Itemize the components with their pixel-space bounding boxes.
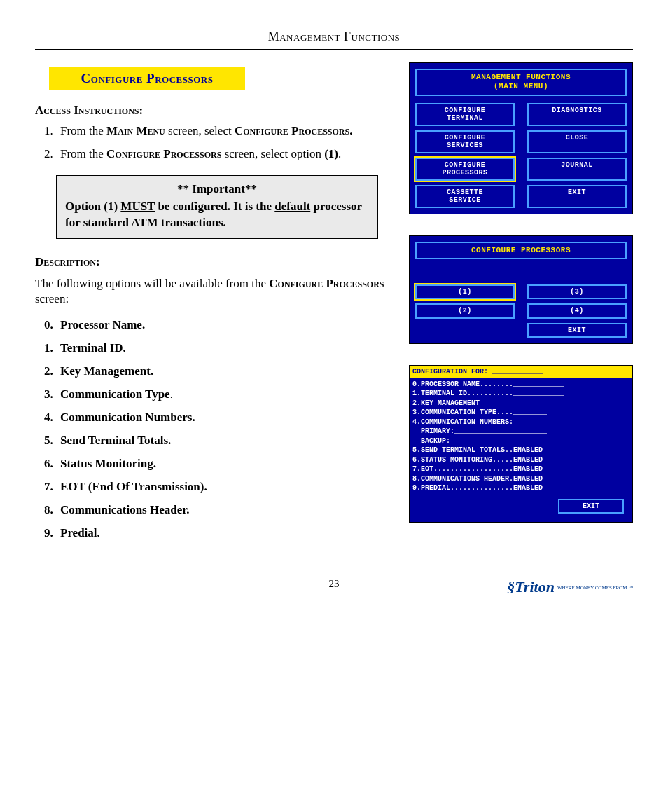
atm-screen-configure-processors: CONFIGURE PROCESSORS (1) (3) (2) (4) EXI… [409, 235, 633, 345]
configure-processors-button[interactable]: CONFIGUREPROCESSORS [415, 158, 515, 181]
brand-glyph-icon: § [507, 578, 515, 596]
footer: 23 §TritonWHERE MONEY COMES FROM.™ [35, 577, 633, 612]
close-button[interactable]: CLOSE [527, 130, 627, 153]
cfg-line-predial: 9.PREDIAL...............ENABLED [412, 483, 629, 493]
text: From the [60, 124, 106, 137]
atm-screen-main-menu: MANAGEMENT FUNCTIONS (MAIN MENU) CONFIGU… [409, 62, 633, 214]
access-instructions-list: From the Main Menu screen, select Config… [56, 123, 392, 163]
text: screen, select option [221, 147, 324, 160]
important-heading: ** Important** [65, 181, 369, 198]
processor-3-button[interactable]: (3) [527, 284, 627, 300]
option-communication-type: Communication Type. [56, 387, 392, 403]
text: From the [60, 147, 106, 160]
important-body: Option (1) MUST be configured. It is the… [65, 199, 369, 231]
atm-title: MANAGEMENT FUNCTIONS (MAIN MENU) [415, 69, 627, 95]
access-instructions-label: Access Instructions: [35, 103, 392, 119]
cfg-title: CONFIGURATION FOR: ____________ [410, 366, 632, 378]
cfg-line-communication-numbers: 4.COMMUNICATION NUMBERS: [412, 418, 629, 427]
option-communications-header: Communications Header. [56, 502, 392, 518]
description-intro: The following options will be available … [35, 276, 392, 308]
cfg-line-key-management: 2.KEY MANAGEMENT [412, 399, 629, 408]
diagnostics-button[interactable]: DIAGNOSTICS [527, 103, 627, 126]
content-columns: Configure Processors Access Instructions… [35, 62, 633, 548]
brand-logo: §TritonWHERE MONEY COMES FROM.™ [507, 577, 633, 598]
option-key-management: Key Management. [56, 364, 392, 380]
option-eot: EOT (End Of Transmission). [56, 479, 392, 495]
cfg-line-primary: PRIMARY:______________________ [412, 427, 629, 436]
cfg-line-communications-header: 8.COMMUNICATIONS HEADER.ENABLED ___ [412, 474, 629, 484]
description-label: Description: [35, 254, 392, 270]
default-underline: default [274, 200, 310, 213]
option-communication-numbers: Communication Numbers. [56, 410, 392, 426]
atm-button-grid: CONFIGURETERMINAL DIAGNOSTICS CONFIGURES… [415, 103, 627, 208]
options-list: Processor Name. Terminal ID. Key Managem… [56, 317, 392, 541]
brand-tagline: WHERE MONEY COMES FROM.™ [557, 585, 633, 591]
instruction-1: From the Main Menu screen, select Config… [56, 123, 392, 139]
atm-button-grid: (1) (3) (2) (4) EXIT [415, 284, 627, 338]
exit-button[interactable]: EXIT [558, 499, 624, 514]
cassette-service-button[interactable]: CASSETTESERVICE [415, 185, 515, 208]
option-processor-name: Processor Name. [56, 317, 392, 333]
processor-4-button[interactable]: (4) [527, 303, 627, 319]
title-line-2: (MAIN MENU) [418, 82, 624, 91]
text: screen, select [165, 124, 235, 137]
cfg-line-backup: BACKUP:_______________________ [412, 436, 629, 446]
configure-processors-ref: Configure Processors. [235, 124, 353, 137]
option-status-monitoring: Status Monitoring. [56, 456, 392, 472]
text: Option (1) [65, 200, 120, 213]
title-line-1: MANAGEMENT FUNCTIONS [418, 73, 624, 82]
brand-name: Triton [515, 578, 555, 596]
cfg-line-terminal-id: 1.TERMINAL ID...........____________ [412, 389, 629, 399]
journal-button[interactable]: JOURNAL [527, 158, 627, 181]
option-1-ref: (1) [324, 147, 338, 160]
option-terminal-id: Terminal ID. [56, 340, 392, 357]
left-column: Configure Processors Access Instructions… [35, 62, 392, 548]
text: Communication Type [60, 387, 170, 401]
right-column: MANAGEMENT FUNCTIONS (MAIN MENU) CONFIGU… [409, 62, 633, 548]
cfg-line-eot: 7.EOT...................ENABLED [412, 465, 629, 474]
text: be configured. It is the [155, 200, 274, 213]
processor-2-button[interactable]: (2) [415, 303, 515, 319]
option-predial: Predial. [56, 525, 392, 542]
configure-processors-ref: Configure Processors [106, 147, 221, 160]
processor-1-button[interactable]: (1) [415, 284, 515, 300]
cfg-line-processor-name: 0.PROCESSOR NAME........____________ [412, 380, 629, 390]
instruction-2: From the Configure Processors screen, se… [56, 146, 392, 163]
text: The following options will be available … [35, 277, 269, 290]
atm-screen-configuration-for: CONFIGURATION FOR: ____________ 0.PROCES… [409, 365, 633, 523]
cfg-body: 0.PROCESSOR NAME........____________ 1.T… [410, 378, 632, 523]
configure-terminal-button[interactable]: CONFIGURETERMINAL [415, 103, 515, 126]
must-underline: MUST [120, 200, 155, 213]
section-title: Configure Processors [49, 67, 245, 90]
exit-button[interactable]: EXIT [527, 185, 627, 208]
configure-services-button[interactable]: CONFIGURESERVICES [415, 130, 515, 153]
cfg-line-status-monitoring: 6.STATUS MONITORING.....ENABLED [412, 455, 629, 465]
atm-title: CONFIGURE PROCESSORS [415, 242, 627, 259]
main-menu-ref: Main Menu [106, 124, 165, 137]
configure-processors-ref: Configure Processors [269, 277, 384, 290]
text: screen: [35, 292, 69, 305]
text: . [338, 147, 341, 160]
page-header: Management Functions [35, 28, 633, 50]
important-callout: ** Important** Option (1) MUST be config… [56, 175, 378, 239]
cfg-line-send-terminal-totals: 5.SEND TERMINAL TOTALS..ENABLED [412, 446, 629, 455]
option-send-terminal-totals: Send Terminal Totals. [56, 433, 392, 449]
cfg-line-communication-type: 3.COMMUNICATION TYPE....________ [412, 408, 629, 418]
exit-button[interactable]: EXIT [527, 323, 627, 338]
